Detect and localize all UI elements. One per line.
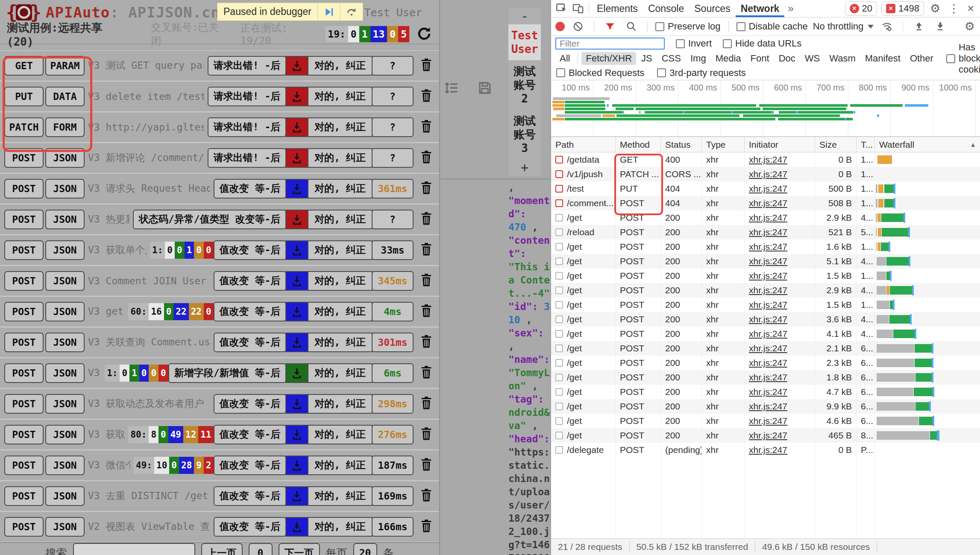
export-har-button[interactable] (932, 19, 948, 34)
type-button[interactable]: JSON (45, 210, 85, 229)
method-button[interactable]: POST (4, 302, 44, 321)
assert-status-button[interactable]: 值改变 等-后 (214, 271, 287, 291)
device-toolbar-button[interactable] (570, 1, 586, 16)
correct-button[interactable]: 对的, 纠正 (308, 87, 373, 106)
download-button[interactable] (285, 302, 308, 321)
import-har-button[interactable] (911, 19, 927, 34)
initiator-link[interactable]: xhr.js:247 (749, 314, 787, 324)
correct-button[interactable]: 对的, 纠正 (308, 56, 373, 76)
type-button[interactable]: PARAM (45, 56, 85, 76)
time-button[interactable]: 276ms (372, 425, 414, 444)
search-requests-button[interactable] (623, 19, 640, 34)
disable-cache-checkbox[interactable]: Disable cache (736, 21, 808, 32)
type-button[interactable]: FORM (45, 117, 85, 137)
save-button[interactable] (477, 80, 493, 96)
request-checkbox[interactable] (555, 315, 563, 323)
clear-button[interactable] (570, 19, 586, 34)
request-row[interactable]: /getPOST200xhrxhr.js:2472.9 kB4... (551, 283, 980, 298)
hide-data-urls-checkbox[interactable]: Hide data URLs (723, 38, 801, 49)
correct-button[interactable]: 对的, 纠正 (308, 240, 373, 260)
time-button[interactable]: 33ms (372, 240, 414, 260)
download-button[interactable] (285, 240, 308, 260)
request-checkbox[interactable] (555, 156, 563, 164)
download-button[interactable] (285, 333, 308, 352)
correct-button[interactable]: 对的, 纠正 (308, 394, 373, 414)
request-row[interactable]: /getdataGET400xhrxhr.js:2470 B1... (551, 152, 980, 167)
request-checkbox[interactable] (555, 272, 563, 280)
column-header-status[interactable]: Status (661, 137, 702, 152)
request-row[interactable]: /getPOST200xhrxhr.js:2471.8 kB6... (551, 370, 980, 385)
request-checkbox[interactable] (555, 403, 563, 410)
delete-button[interactable] (418, 302, 435, 321)
request-row[interactable]: /comment...POST404xhrxhr.js:247508 B1... (551, 196, 980, 210)
assert-status-button[interactable]: 新增字段/新增值 等-后 (168, 363, 287, 383)
download-button[interactable] (285, 56, 308, 76)
correct-button[interactable]: 对的, 纠正 (308, 363, 373, 383)
method-button[interactable]: POST (4, 148, 44, 168)
time-button[interactable]: 4ms (372, 302, 414, 321)
assert-status-button[interactable]: 值改变 等-后 (214, 456, 287, 475)
delete-button[interactable] (418, 425, 435, 444)
correct-button[interactable]: 对的, 纠正 (308, 179, 373, 199)
column-header-t[interactable]: T... (857, 137, 875, 152)
assert-status-button[interactable]: 请求出错! -后 (208, 117, 287, 137)
throttling-select[interactable]: No throttling (813, 21, 874, 32)
method-button[interactable]: POST (4, 179, 44, 199)
resume-script-button[interactable] (317, 3, 340, 20)
method-button[interactable]: POST (4, 363, 44, 383)
blocked-requests-checkbox[interactable]: Blocked Requests (556, 67, 644, 79)
time-button[interactable]: 6ms (372, 363, 414, 383)
type-filter-manifest[interactable]: Manifest (861, 52, 905, 65)
request-row[interactable]: /v1/jpushPATCH ...CORS ...xhrxhr.js:2470… (551, 167, 980, 181)
correct-button[interactable]: 对的, 纠正 (308, 302, 373, 321)
time-button[interactable]: 301ms (372, 333, 414, 352)
delete-button[interactable] (418, 394, 435, 413)
initiator-link[interactable]: xhr.js:247 (749, 198, 787, 208)
method-button[interactable]: POST (4, 517, 44, 537)
delete-button[interactable] (418, 487, 435, 505)
type-button[interactable]: JSON (45, 517, 85, 537)
delete-button[interactable] (418, 272, 435, 290)
page-number-button[interactable]: 0 (249, 543, 273, 555)
inspect-element-button[interactable] (554, 1, 570, 16)
assert-status-button[interactable]: 请求出错! -后 (208, 56, 287, 76)
time-button[interactable]: 166ms (372, 517, 414, 537)
type-button[interactable]: JSON (45, 486, 85, 506)
next-page-button[interactable]: 下一页 (279, 543, 320, 555)
filter-toggle-button[interactable] (602, 19, 618, 34)
method-button[interactable]: POST (4, 240, 44, 260)
type-button[interactable]: JSON (45, 179, 85, 199)
request-row[interactable]: /reloadPOST200xhrxhr.js:247521 B5... (551, 225, 980, 240)
method-button[interactable]: POST (4, 210, 44, 229)
assert-status-button[interactable]: 值改变 等-后 (214, 486, 287, 506)
column-header-path[interactable]: Path (551, 137, 616, 152)
initiator-link[interactable]: xhr.js:247 (749, 430, 787, 441)
assert-status-button[interactable]: 值改变 等-后 (214, 517, 287, 537)
request-row[interactable]: /getPOST200xhrxhr.js:2471.6 kB1... (551, 240, 980, 254)
devtools-close-button[interactable]: × (965, 3, 976, 15)
method-button[interactable]: POST (4, 456, 44, 475)
time-button[interactable]: ? (372, 117, 414, 137)
type-filter-js[interactable]: JS (637, 52, 657, 65)
delete-button[interactable] (418, 118, 435, 137)
type-button[interactable]: JSON (45, 271, 85, 291)
correct-button[interactable]: 对的, 纠正 (308, 333, 373, 352)
tab-elements[interactable]: Elements (592, 0, 643, 17)
request-checkbox[interactable] (555, 330, 563, 338)
download-button[interactable] (285, 394, 308, 414)
delete-button[interactable] (418, 456, 435, 475)
download-button[interactable] (285, 517, 308, 537)
initiator-link[interactable]: xhr.js:247 (749, 213, 787, 223)
devtools-settings-button[interactable]: ⚙ (928, 3, 942, 15)
initiator-link[interactable]: xhr.js:247 (749, 387, 787, 397)
download-button[interactable] (285, 363, 308, 383)
type-button[interactable]: JSON (45, 456, 85, 475)
error-count-badge[interactable]: × 20 (845, 1, 877, 16)
network-conditions-button[interactable] (879, 19, 895, 34)
devtools-menu-button[interactable]: ⋮ (946, 3, 961, 15)
delete-button[interactable] (418, 179, 435, 198)
type-button[interactable]: JSON (45, 363, 85, 383)
download-button[interactable] (285, 271, 308, 291)
delete-button[interactable] (418, 87, 435, 106)
type-filter-wasm[interactable]: Wasm (825, 52, 860, 65)
